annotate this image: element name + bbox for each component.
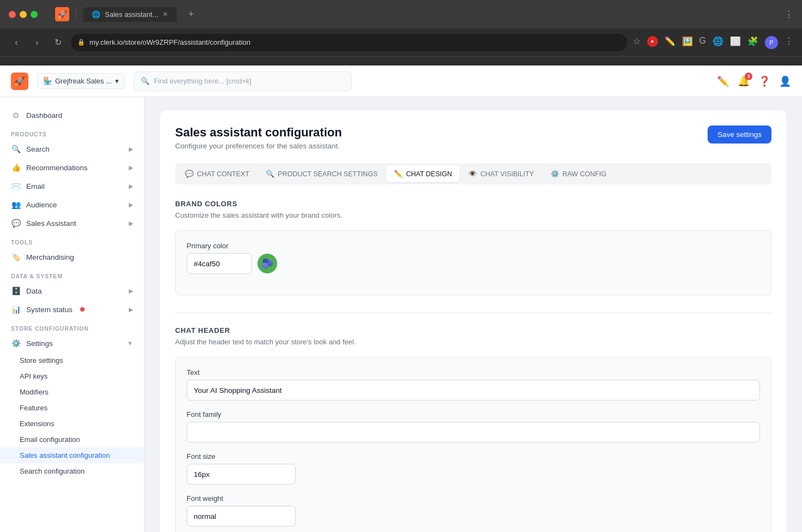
brand-colors-body: Primary color 🫐: [175, 230, 771, 295]
status-badge: [80, 307, 85, 312]
font-size-input[interactable]: [187, 464, 296, 485]
tab-product-search-settings[interactable]: 🔍 PRODUCT SEARCH SETTINGS: [258, 165, 385, 182]
text-label: Text: [187, 368, 760, 376]
extension-6-icon[interactable]: 🧩: [747, 36, 758, 49]
sidebar-sub-features[interactable]: Features: [0, 400, 144, 416]
sidebar-item-system-status[interactable]: 📊 System status ▶: [0, 300, 144, 319]
sidebar-section-data: DATA & SYSTEM: [0, 266, 144, 282]
extension-1-icon[interactable]: ●: [647, 36, 658, 47]
overflow-menu-icon[interactable]: ⋮: [785, 36, 793, 49]
compose-icon[interactable]: ✏️: [717, 75, 729, 87]
font-family-input[interactable]: [187, 422, 760, 443]
browser-menu-icon[interactable]: ⋮: [785, 9, 793, 20]
new-tab-button[interactable]: +: [183, 7, 199, 22]
sidebar-label: Settings: [26, 339, 53, 348]
sidebar-label: Merchandising: [26, 253, 74, 261]
chat-visibility-icon: 👁️: [468, 170, 477, 178]
sidebar-item-search[interactable]: 🔍 Search ▶: [0, 140, 144, 158]
text-field: Text: [187, 368, 760, 401]
primary-color-input[interactable]: [187, 253, 252, 274]
sidebar-label: Recommendations: [26, 164, 88, 172]
chat-context-icon: 💬: [185, 170, 194, 178]
notification-bell[interactable]: 🔔 3: [738, 75, 750, 87]
search-icon: 🔍: [11, 144, 21, 154]
sidebar-item-settings[interactable]: ⚙️ Settings ▼: [0, 334, 144, 352]
sidebar-item-sales-assistant[interactable]: 💬 Sales Assistant ▶: [0, 214, 144, 232]
sidebar-item-label: Dashboard: [26, 111, 62, 119]
user-icon[interactable]: 👤: [779, 75, 791, 87]
profile-icon[interactable]: P: [765, 36, 778, 49]
tab-chat-visibility[interactable]: 👁️ CHAT VISIBILITY: [460, 165, 541, 182]
font-family-label: Font family: [187, 410, 760, 419]
sidebar-item-merchandising[interactable]: 🏷️ Merchandising: [0, 248, 144, 266]
minimize-button[interactable]: [20, 11, 27, 18]
sidebar-sub-store-settings[interactable]: Store settings: [0, 352, 144, 368]
extension-3-icon[interactable]: 🖼️: [682, 36, 693, 49]
sidebar-sub-extensions[interactable]: Extensions: [0, 416, 144, 432]
primary-color-field: Primary color 🫐: [187, 242, 760, 274]
extension-2-icon[interactable]: ✏️: [665, 36, 675, 49]
page-card: Sales assistant configuration Configure …: [160, 110, 787, 532]
traffic-lights: [9, 11, 38, 18]
sidebar-item-dashboard[interactable]: ⊙ Dashboard: [0, 106, 144, 124]
font-size-label: Font size: [187, 452, 760, 461]
chat-design-icon: ✏️: [394, 170, 403, 178]
store-selector[interactable]: 🏪 Grejfreak Sales ... ▾: [37, 73, 125, 89]
app-logo: 🚀: [11, 73, 28, 90]
sub-item-label: Store settings: [20, 356, 63, 364]
sidebar-sub-api-keys[interactable]: API keys: [0, 368, 144, 384]
sidebar-item-email[interactable]: ✉️ Email ▶: [0, 177, 144, 195]
tab-chat-context[interactable]: 💬 CHAT CONTEXT: [177, 165, 257, 182]
sidebar-sub-email-config[interactable]: Email configuration: [0, 432, 144, 447]
sidebar-item-data[interactable]: 🗄️ Data ▶: [0, 282, 144, 300]
chat-header-section: CHAT HEADER Adjust the header text to ma…: [175, 326, 771, 532]
font-weight-field: Font weight: [187, 494, 760, 527]
sidebar-item-audience[interactable]: 👥 Audience ▶: [0, 195, 144, 214]
extension-4-icon[interactable]: G: [699, 36, 706, 49]
tab-close-icon[interactable]: ✕: [163, 10, 168, 18]
sidebar-label: Sales Assistant: [26, 219, 76, 228]
browser-tab[interactable]: 🌐 Sales assistant... ✕: [83, 7, 177, 22]
color-swatch[interactable]: 🫐: [258, 254, 277, 273]
tabs-bar: 💬 CHAT CONTEXT 🔍 PRODUCT SEARCH SETTINGS…: [175, 163, 771, 184]
sidebar-section-products: PRODUCTS: [0, 124, 144, 140]
sidebar-label: Search: [26, 145, 50, 153]
close-button[interactable]: [9, 11, 16, 18]
fullscreen-button[interactable]: [31, 11, 38, 18]
sub-item-label: API keys: [20, 372, 47, 380]
system-status-icon: 📊: [11, 304, 21, 314]
page-subtitle: Configure your preferences for the sales…: [175, 142, 342, 150]
global-search[interactable]: 🔍 Find everything here... [cmd+k]: [134, 71, 352, 91]
address-bar[interactable]: 🔒 my.clerk.io/store/oWr9ZRPF/assistant/c…: [71, 34, 627, 51]
sub-item-label: Modifiers: [20, 388, 49, 396]
extension-5-icon[interactable]: 🌐: [713, 36, 723, 49]
divider: [76, 9, 76, 20]
tab-label: CHAT CONTEXT: [197, 170, 249, 178]
store-name: Grejfreak Sales ...: [55, 77, 112, 85]
dashboard-icon: ⊙: [11, 110, 21, 120]
reload-button[interactable]: ↻: [50, 35, 65, 50]
chat-header-desc: Adjust the header text to match your sto…: [175, 338, 771, 346]
sidebar-sub-search-config[interactable]: Search configuration: [0, 463, 144, 479]
brand-colors-section: BRAND COLORS Customize the sales assista…: [175, 200, 771, 295]
sales-assistant-icon: 💬: [11, 218, 21, 228]
sidebar-sub-sales-assistant-config[interactable]: Sales assistant configuration: [0, 447, 144, 463]
font-size-field: Font size: [187, 452, 760, 485]
sidebar-item-recommendations[interactable]: 👍 Recommendations ▶: [0, 158, 144, 177]
main-content: Sales assistant configuration Configure …: [145, 97, 802, 532]
back-button[interactable]: ‹: [9, 35, 24, 50]
sidebar-sub-modifiers[interactable]: Modifiers: [0, 384, 144, 400]
tab-title: Sales assistant...: [105, 10, 158, 19]
chat-header-text-input[interactable]: [187, 380, 760, 401]
save-settings-button[interactable]: Save settings: [708, 125, 771, 144]
sub-item-label: Search configuration: [20, 467, 85, 475]
bookmark-icon[interactable]: ☆: [633, 36, 641, 49]
help-icon[interactable]: ❓: [758, 75, 770, 87]
tab-chat-design[interactable]: ✏️ CHAT DESIGN: [386, 165, 459, 182]
tab-raw-config[interactable]: ⚙️ RAW CONFIG: [543, 165, 614, 182]
settings-icon: ⚙️: [11, 338, 21, 348]
font-weight-input[interactable]: [187, 506, 296, 527]
forward-button[interactable]: ›: [29, 35, 45, 50]
screen-cast-icon[interactable]: ⬜: [730, 36, 741, 49]
chevron-icon: ▼: [127, 340, 133, 346]
